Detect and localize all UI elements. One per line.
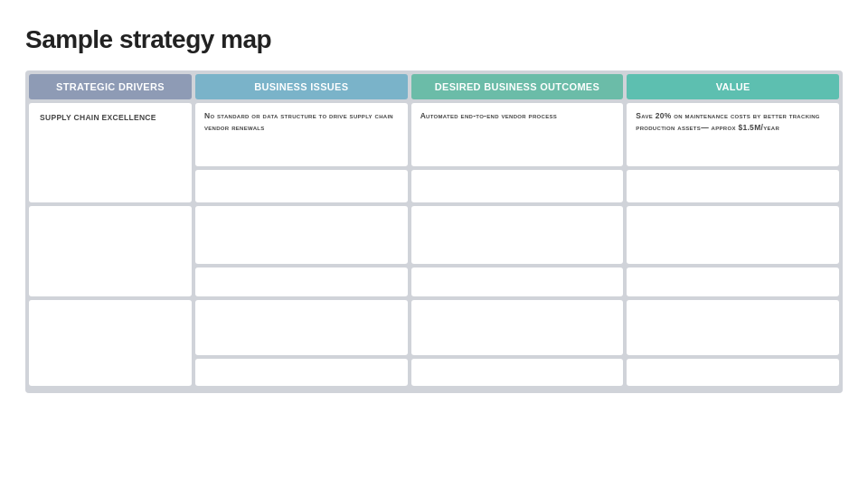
strategy-map-table: Strategic drivers Business issues Desire… xyxy=(25,70,843,393)
value-col-1: Save 20% on maintenance costs by better … xyxy=(627,103,839,202)
business-issues-col-2 xyxy=(195,206,408,296)
business-issue-cell-2a xyxy=(195,206,408,264)
header-value: Value xyxy=(627,74,839,99)
business-issues-col-3 xyxy=(195,300,408,386)
desired-outcome-cell-3b xyxy=(411,359,624,386)
value-cell-1a: Save 20% on maintenance costs by better … xyxy=(627,103,839,166)
business-issue-cell-1a: No standard or data structure to drive s… xyxy=(195,103,408,166)
value-cell-1b xyxy=(627,170,839,202)
desired-outcomes-col-1: Automated end-to-end vendor process xyxy=(411,103,624,202)
desired-outcome-cell-2a xyxy=(411,206,624,264)
business-issue-cell-1b xyxy=(195,170,408,202)
header-row: Strategic drivers Business issues Desire… xyxy=(29,74,839,99)
value-col-3 xyxy=(627,300,839,386)
desired-outcome-cell-3a xyxy=(411,300,624,355)
business-issue-cell-3b xyxy=(195,359,408,386)
driver-cell-3 xyxy=(29,300,192,386)
business-issue-text-1a: No standard or data structure to drive s… xyxy=(204,111,393,132)
business-issue-cell-2b xyxy=(195,267,408,296)
value-cell-2a xyxy=(627,206,839,264)
page-title: Sample strategy map xyxy=(25,25,843,54)
table-row xyxy=(29,300,839,386)
desired-outcome-cell-2b xyxy=(411,267,624,296)
driver-cell-1: Supply chain excellence xyxy=(29,103,192,202)
value-cell-2b xyxy=(627,267,839,296)
desired-outcome-cell-1a: Automated end-to-end vendor process xyxy=(411,103,624,166)
value-cell-3a xyxy=(627,300,839,355)
desired-outcomes-col-2 xyxy=(411,206,624,296)
business-issues-col-1: No standard or data structure to drive s… xyxy=(195,103,408,202)
header-business-issues: Business issues xyxy=(195,74,408,99)
header-desired-outcomes: Desired business outcomes xyxy=(411,74,624,99)
driver-label-1: Supply chain excellence xyxy=(40,112,156,123)
table-row: Supply chain excellence No standard or d… xyxy=(29,103,839,202)
business-issue-cell-3a xyxy=(195,300,408,355)
page: Sample strategy map Strategic drivers Bu… xyxy=(0,0,868,411)
desired-outcomes-col-3 xyxy=(411,300,624,386)
header-strategic-drivers: Strategic drivers xyxy=(29,74,192,99)
desired-outcome-cell-1b xyxy=(411,170,624,202)
value-cell-3b xyxy=(627,359,839,386)
driver-cell-2 xyxy=(29,206,192,296)
value-col-2 xyxy=(627,206,839,296)
table-row xyxy=(29,206,839,296)
